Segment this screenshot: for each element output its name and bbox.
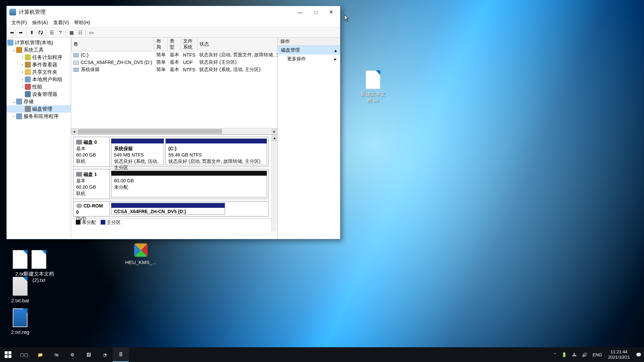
action-disk-management[interactable]: 磁盘管理▴ [278, 46, 340, 55]
tree-task-scheduler[interactable]: ›任务计划程序 [7, 54, 71, 61]
tree-services-apps[interactable]: ›服务和应用程序 [7, 113, 71, 120]
scroll-up-button[interactable]: ▴ [272, 135, 277, 141]
computer-management-window[interactable]: 计算机管理 — □ ✕ 文件(F) 操作(A) 查看(V) 帮助(H) ⬅ ➡ … [6, 6, 340, 239]
tree-device-manager[interactable]: 设备管理器 [7, 90, 71, 98]
tray-clock[interactable]: 11:21:44 2021/10/21 [605, 349, 633, 360]
partition-unallocated[interactable]: 60.00 GB未分配 [111, 171, 267, 197]
expand-icon[interactable]: › [20, 62, 25, 67]
actions-pane: 操作 磁盘管理▴ 更多操作▸ [278, 38, 340, 239]
disk-row-1[interactable]: 磁盘 1 基本60.00 GB联机 60.00 GB未分配 [73, 169, 269, 199]
scroll-thumb[interactable] [78, 129, 222, 134]
tree-storage[interactable]: ⌄存储 [7, 98, 71, 105]
col-type[interactable]: 类型 [168, 38, 181, 51]
expand-icon[interactable]: › [20, 84, 25, 89]
partition-dvd[interactable]: CCSA_X64FRE_ZH-CN_DV5 (D:) [111, 203, 225, 215]
file-explorer-button[interactable]: 📁 [32, 347, 48, 362]
volume-header-row[interactable]: 卷 布局 类型 文件系统 状态 容 [71, 38, 278, 51]
tray-overflow-icon[interactable]: ˄ [551, 347, 559, 362]
icon-label: 2.txt.reg [3, 329, 37, 335]
partition-system-reserved[interactable]: 系统保留549 MB NTFS状态良好 (系统, 活动, 主分区 [111, 138, 164, 165]
legend-swatch-primary [101, 220, 105, 225]
expand-icon[interactable]: › [11, 114, 16, 119]
diskmap-vscrollbar[interactable]: ▴ [271, 135, 277, 232]
disk-info: 磁盘 1 基本60.00 GB联机 [73, 169, 110, 199]
volume-list-hscrollbar[interactable]: ◂ ▸ [71, 128, 277, 134]
tree-root[interactable]: 计算机管理(本地) [7, 39, 71, 46]
menu-file[interactable]: 文件(F) [9, 20, 30, 26]
separator [26, 29, 26, 36]
collapse-icon[interactable]: ⌄ [11, 99, 16, 104]
expand-icon[interactable]: › [20, 77, 25, 82]
view-list-button[interactable]: ▦ [67, 28, 75, 37]
device-icon [25, 91, 31, 97]
clock-icon [25, 54, 31, 60]
back-button[interactable]: ⬅ [8, 28, 16, 37]
col-filesystem[interactable]: 文件系统 [181, 38, 198, 51]
store-button[interactable]: 🛍 [48, 347, 64, 362]
expand-icon[interactable]: › [20, 55, 25, 60]
properties-button[interactable]: ☰ [48, 28, 56, 37]
volume-icon [73, 53, 79, 57]
disk-info: 磁盘 0 基本60.00 GB联机 [73, 137, 110, 167]
desktop-icon-bat[interactable]: 2.txt.bat [3, 277, 37, 303]
tree-performance[interactable]: ›性能 [7, 83, 71, 90]
disk-row-0[interactable]: 磁盘 0 基本60.00 GB联机 系统保留549 MB NTFS状态良好 (系… [73, 137, 269, 167]
settings-button[interactable]: ▭ [87, 28, 95, 37]
tray-battery-icon[interactable]: 🔋 [559, 347, 570, 362]
minimize-button[interactable]: — [292, 6, 308, 18]
tray-time: 11:21:44 [610, 349, 628, 354]
start-button[interactable] [0, 347, 16, 362]
tree-event-viewer[interactable]: ›事件查看器 [7, 61, 71, 68]
tree-shared-folders[interactable]: ›共享文件夹 [7, 68, 71, 76]
volume-list[interactable]: 卷 布局 类型 文件系统 状态 容 (C:) 简单 基本 [71, 38, 277, 128]
volume-row[interactable]: 系统保留 简单 基本 NTFS 状态良好 (系统, 活动, 主分区) 5 [71, 66, 278, 73]
refresh-button[interactable]: 🗘 [37, 28, 45, 37]
menu-view[interactable]: 查看(V) [51, 20, 72, 26]
task-view-button[interactable]: ▢▢ [16, 347, 32, 362]
collapse-icon[interactable]: ⌄ [11, 48, 16, 52]
taskbar[interactable]: ▢▢ 📁 🛍 ⚙ 🖼 ◔ 🗄 ˄ 🔋 🖧 🔊 ENG 11:21:44 2021… [0, 347, 644, 362]
scroll-left-button[interactable]: ◂ [71, 128, 77, 134]
desktop-icon-heu-kms[interactable]: HEU_KMS_... [124, 243, 158, 265]
separator [66, 29, 66, 36]
desktop-icon-reg[interactable]: 2.txt.reg [3, 308, 37, 335]
titlebar[interactable]: 计算机管理 — □ ✕ [7, 6, 340, 18]
center-pane: 卷 布局 类型 文件系统 状态 容 (C:) 简单 基本 [71, 38, 278, 239]
app-icon [134, 243, 148, 257]
scroll-right-button[interactable]: ▸ [271, 128, 277, 134]
desktop-icon-newdoc[interactable]: 新建文本文档.txt [356, 70, 390, 104]
folder-icon [25, 69, 31, 75]
tree-disk-management[interactable]: 磁盘管理 [7, 105, 71, 113]
taskbar-mmc[interactable]: 🗄 [113, 347, 129, 362]
menu-help[interactable]: 帮助(H) [71, 20, 93, 26]
up-button[interactable]: ⬆ [28, 28, 36, 37]
view-detail-button[interactable]: ☷ [76, 28, 84, 37]
system-tray[interactable]: ˄ 🔋 🖧 🔊 ENG 11:21:44 2021/10/21 💬 [551, 347, 644, 362]
col-layout[interactable]: 布局 [154, 38, 168, 51]
action-center-button[interactable]: 💬 [633, 347, 644, 362]
col-volume[interactable]: 卷 [71, 38, 154, 51]
toolbar[interactable]: ⬅ ➡ ⬆ 🗘 ☰ ? ▦ ☷ ▭ [7, 27, 340, 38]
forward-button[interactable]: ➡ [17, 28, 25, 37]
maximize-button[interactable]: □ [308, 6, 323, 18]
close-button[interactable]: ✕ [323, 6, 339, 18]
disk-row-cdrom[interactable]: CD-ROM 0 DVD CCSA_X64FRE_ZH-CN_DV5 (D:) [73, 201, 269, 217]
partition-c[interactable]: (C:)59.46 GB NTFS状态良好 (启动, 页面文件, 故障转储, 主… [165, 138, 267, 165]
volume-row[interactable]: (C:) 简单 基本 NTFS 状态良好 (启动, 页面文件, 故障转储, 主分… [71, 51, 278, 59]
tray-volume-icon[interactable]: 🔊 [579, 347, 590, 362]
tray-network-icon[interactable]: 🖧 [570, 347, 579, 362]
col-status[interactable]: 状态 [197, 38, 277, 51]
tray-language[interactable]: ENG [590, 347, 605, 362]
volume-row[interactable]: CCSA_X64FRE_ZH-CN_DV5 (D:) 简单 基本 UDF 状态良… [71, 59, 278, 66]
expand-icon[interactable]: › [20, 70, 25, 74]
taskbar-app-1[interactable]: 🖼 [80, 347, 97, 362]
settings-button[interactable]: ⚙ [64, 347, 80, 362]
action-more[interactable]: 更多操作▸ [278, 55, 340, 63]
menu-action[interactable]: 操作(A) [30, 20, 51, 26]
taskbar-app-2[interactable]: ◔ [97, 347, 113, 362]
help-button[interactable]: ? [56, 28, 64, 37]
menubar[interactable]: 文件(F) 操作(A) 查看(V) 帮助(H) [7, 18, 340, 27]
tree-local-users[interactable]: ›本地用户和组 [7, 76, 71, 83]
tree-system-tools[interactable]: ⌄系统工具 [7, 46, 71, 54]
nav-tree[interactable]: 计算机管理(本地) ⌄系统工具 ›任务计划程序 ›事件查看器 ›共享文件夹 ›本… [7, 38, 71, 239]
